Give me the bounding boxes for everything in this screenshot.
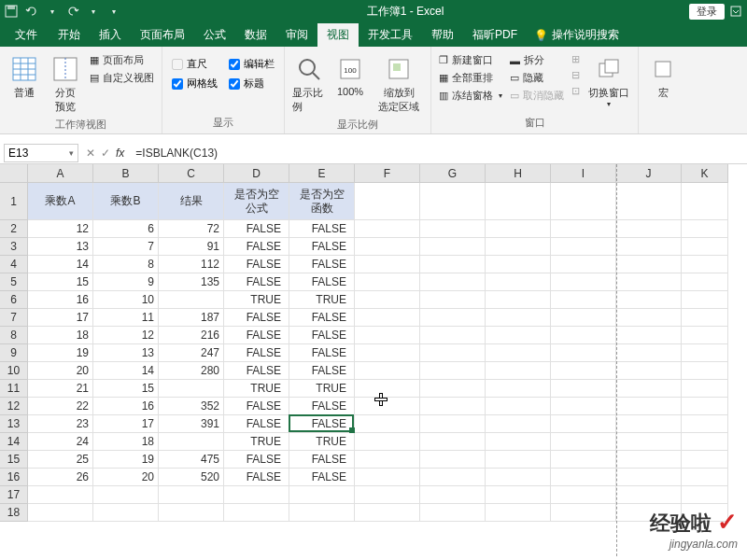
zoom-button[interactable]: 显示比例 [290, 52, 328, 116]
cell[interactable] [420, 398, 486, 415]
row-header[interactable]: 17 [0, 486, 28, 504]
cell[interactable] [420, 291, 486, 309]
cell[interactable]: 280 [159, 362, 224, 380]
cell[interactable]: 23 [28, 415, 93, 433]
cell[interactable] [486, 273, 551, 291]
cell[interactable] [616, 291, 682, 309]
row-header[interactable]: 8 [0, 327, 28, 344]
cell[interactable]: 7 [93, 238, 159, 256]
cell[interactable]: 18 [93, 433, 159, 451]
normal-view-button[interactable]: 普通 [6, 52, 43, 102]
row-header[interactable]: 15 [0, 451, 28, 469]
name-box[interactable]: E13 ▾ [4, 144, 78, 162]
cell[interactable] [682, 256, 728, 273]
cell[interactable] [486, 451, 551, 469]
cell[interactable] [420, 469, 486, 486]
cell[interactable] [355, 469, 420, 486]
login-button[interactable]: 登录 [689, 4, 725, 20]
switch-windows-button[interactable]: 切换窗口 ▾ [585, 52, 632, 110]
cell[interactable] [420, 486, 486, 504]
cell[interactable] [159, 380, 224, 398]
cell[interactable]: TRUE [224, 291, 289, 309]
cell[interactable] [159, 433, 224, 451]
row-header[interactable]: 9 [0, 344, 28, 362]
col-header[interactable]: D [224, 164, 289, 183]
cell[interactable] [682, 183, 728, 220]
cell[interactable] [682, 398, 728, 415]
qat-customize-icon[interactable]: ▾ [106, 4, 121, 19]
cell[interactable] [682, 309, 728, 327]
tab-home[interactable]: 开始 [49, 23, 90, 47]
col-header[interactable]: G [420, 164, 486, 183]
cell[interactable]: FALSE [289, 256, 355, 273]
row-header[interactable]: 11 [0, 380, 28, 398]
cell[interactable] [159, 504, 224, 522]
cell[interactable]: 16 [28, 291, 93, 309]
redo-icon[interactable] [65, 4, 80, 19]
cell[interactable]: FALSE [224, 309, 289, 327]
row-header[interactable]: 13 [0, 415, 28, 433]
cell[interactable] [355, 273, 420, 291]
cell[interactable] [420, 220, 486, 238]
cell[interactable]: 10 [93, 291, 159, 309]
cell[interactable]: 15 [93, 380, 159, 398]
cell[interactable] [486, 220, 551, 238]
cell[interactable] [616, 327, 682, 344]
cell[interactable] [355, 380, 420, 398]
custom-views-button[interactable]: ▤自定义视图 [88, 70, 156, 86]
cell[interactable]: 112 [159, 256, 224, 273]
cell[interactable] [682, 344, 728, 362]
cell[interactable] [551, 183, 616, 220]
col-header[interactable]: I [551, 164, 616, 183]
cell[interactable]: TRUE [224, 433, 289, 451]
cell[interactable] [682, 362, 728, 380]
tab-file[interactable]: 文件 [4, 23, 49, 47]
cell[interactable] [159, 486, 224, 504]
cell[interactable]: 是否为空 公式 [224, 183, 289, 220]
cell[interactable] [355, 183, 420, 220]
cell[interactable] [486, 309, 551, 327]
cell[interactable]: 20 [93, 469, 159, 486]
cell[interactable]: 19 [93, 451, 159, 469]
cell[interactable] [616, 362, 682, 380]
cell[interactable]: FALSE [224, 238, 289, 256]
cell[interactable] [355, 291, 420, 309]
cell[interactable] [682, 451, 728, 469]
cell[interactable]: FALSE [289, 451, 355, 469]
cell[interactable] [355, 220, 420, 238]
cell[interactable] [486, 415, 551, 433]
cell[interactable]: 26 [28, 469, 93, 486]
cell[interactable] [616, 380, 682, 398]
cell[interactable] [616, 273, 682, 291]
cell[interactable]: FALSE [289, 469, 355, 486]
cell[interactable]: 475 [159, 451, 224, 469]
row-header[interactable]: 5 [0, 273, 28, 291]
cell[interactable]: 14 [28, 256, 93, 273]
cell[interactable]: 15 [28, 273, 93, 291]
cell[interactable]: 135 [159, 273, 224, 291]
gridlines-checkbox[interactable]: 网格线 [170, 76, 219, 91]
cell[interactable] [289, 486, 355, 504]
cell[interactable] [551, 486, 616, 504]
cell[interactable]: 乘数B [93, 183, 159, 220]
cell[interactable] [486, 344, 551, 362]
tab-developer[interactable]: 开发工具 [359, 23, 422, 47]
cell[interactable]: FALSE [289, 327, 355, 344]
cell[interactable] [682, 220, 728, 238]
col-header[interactable]: C [159, 164, 224, 183]
row-header[interactable]: 7 [0, 309, 28, 327]
dropdown-icon[interactable]: ▾ [45, 4, 60, 19]
cell[interactable] [551, 327, 616, 344]
cell[interactable]: 9 [93, 273, 159, 291]
tab-insert[interactable]: 插入 [90, 23, 131, 47]
row-header[interactable]: 1 [0, 183, 28, 220]
cell[interactable] [616, 344, 682, 362]
cell[interactable] [551, 256, 616, 273]
page-break-preview-button[interactable]: 分页 预览 [47, 52, 84, 116]
ruler-checkbox[interactable]: 直尺 [170, 56, 219, 72]
formula-input[interactable]: =ISBLANK(C13) [132, 147, 747, 160]
cell[interactable]: 520 [159, 469, 224, 486]
cell[interactable] [486, 183, 551, 220]
cell[interactable] [486, 486, 551, 504]
cell[interactable]: 19 [28, 344, 93, 362]
